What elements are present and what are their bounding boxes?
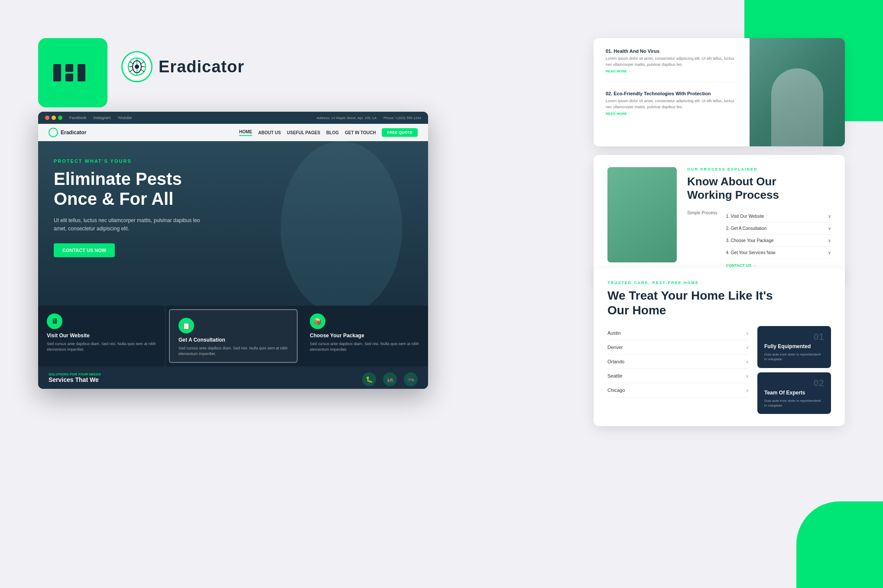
process-image [607, 167, 677, 262]
bottom-strip-text: SOLUTIONS FOR YOUR NEEDS Services That W… [49, 372, 101, 383]
city-denver[interactable]: Denver ∨ [607, 340, 749, 355]
card-1-number: 01 [764, 332, 824, 342]
city-seattle[interactable]: Seattle ∨ [607, 369, 749, 383]
card-2-title: Get A Consultation [179, 337, 288, 343]
bug-icon [127, 57, 146, 76]
home-content: Austin ∨ Denver ∨ Orlando ∨ Seattle ∨ Ch… [607, 326, 831, 414]
minimize-dot[interactable] [52, 116, 56, 120]
social-links: Facebook Instagram Youtube [69, 116, 132, 120]
card-1-title: Visit Our Website [47, 333, 156, 339]
bottom-strip-label: SOLUTIONS FOR YOUR NEEDS [49, 372, 101, 376]
home-title: We Treat Your Home Like It's Our Home [607, 288, 831, 317]
step-4[interactable]: 4. Get Your Services Now ∨ [726, 247, 831, 259]
service-item-1: 01. Health And No Virus Lorem ipsum dolo… [606, 48, 737, 82]
nav-blog[interactable]: BLOG [326, 130, 339, 135]
svg-line-10 [130, 70, 133, 72]
seattle-chevron: ∨ [746, 374, 749, 378]
site-nav: Eradicator HOME ABOUT US USEFUL PAGES BL… [38, 124, 428, 141]
browser-mockup: Facebook Instagram Youtube Address: 14 M… [38, 112, 428, 389]
nav-logo: Eradicator [49, 128, 86, 137]
card-2-number: 02 [764, 378, 824, 388]
svg-rect-0 [53, 64, 61, 81]
nav-free-quote[interactable]: FREE QUOTE [382, 128, 418, 137]
card-1-desc: Sed cursus ante dapibus diam. Sed nisi. … [47, 341, 156, 352]
nav-home[interactable]: HOME [239, 129, 252, 136]
svg-point-7 [135, 65, 139, 69]
close-dot[interactable] [45, 116, 49, 120]
bottom-strip-title: Services That We [49, 376, 101, 383]
city-chicago[interactable]: Chicago ∨ [607, 383, 749, 397]
brand-logo-circle [121, 51, 153, 82]
hero-content: PROTECT WHAT'S YOURS Eliminate Pests Onc… [54, 158, 210, 257]
service-cards-row: 🖥 Visit Our Website Sed cursus ante dapi… [38, 306, 428, 366]
site-phone: Phone: +(323) 555-1234 [383, 116, 421, 120]
browser-window-controls [45, 116, 62, 120]
service-card-3: 📦 Choose Your Package Sed cursus ante da… [301, 306, 428, 366]
pest-icon-2: 🦗 [383, 372, 397, 386]
nav-links: HOME ABOUT US USEFUL PAGES BLOG GET IN T… [239, 128, 418, 137]
nav-contact[interactable]: GET IN TOUCH [345, 130, 376, 135]
service-panel-image [750, 38, 845, 146]
city-orlando[interactable]: Orlando ∨ [607, 355, 749, 369]
home-card-1: 01 Fully Equipmented Duis aute irure dol… [757, 326, 831, 368]
services-list-panel: 01. Health And No Virus Lorem ipsum dolo… [594, 38, 845, 146]
city-austin[interactable]: Austin ∨ [607, 326, 749, 340]
service-1-readmore[interactable]: READ MORE → [606, 69, 737, 73]
process-steps-wrapper: Simple Process 1. Visit Our Website ∨ 2.… [687, 210, 831, 268]
svg-rect-1 [65, 64, 73, 72]
svg-line-13 [141, 70, 144, 72]
hero-cta-button[interactable]: CONTACT US NOW [54, 243, 115, 257]
card-1-title: Fully Equipmented [764, 343, 824, 349]
austin-chevron: ∨ [746, 331, 749, 336]
svg-rect-3 [78, 64, 85, 81]
process-title: Know About Our Working Process [687, 175, 831, 202]
hero-section: PROTECT WHAT'S YOURS Eliminate Pests Onc… [38, 141, 428, 306]
elementor-logo [38, 38, 107, 107]
step-3[interactable]: 3. Choose Your Package ∨ [726, 235, 831, 247]
card-2-desc: Duis aute irure dolor in reprehenderit i… [764, 398, 824, 408]
bottom-pest-icons: 🐛 🦗 🐜 [362, 372, 418, 386]
bg-decoration-bottom [796, 501, 883, 588]
step-4-arrow: ∨ [828, 250, 831, 255]
service-card-1: 🖥 Visit Our Website Sed cursus ante dapi… [38, 306, 166, 366]
elementor-icon [51, 60, 94, 86]
step-2[interactable]: 2. Get A Consultation ∨ [726, 223, 831, 235]
pest-icon-1: 🐛 [362, 372, 376, 386]
hero-title: Eliminate Pests Once & For All [54, 169, 210, 209]
service-2-title: 02. Eco-Friendly Technologies With Prote… [606, 91, 737, 96]
nav-logo-name: Eradicator [61, 129, 86, 136]
pest-icon-3: 🐜 [404, 372, 418, 386]
card-3-desc: Sed cursus ante dapibus diam. Sed nisi. … [310, 341, 419, 352]
step-1[interactable]: 1. Visit Our Website ∨ [726, 210, 831, 223]
orlando-chevron: ∨ [746, 359, 749, 364]
contact-us-link[interactable]: CONTACT US → [726, 263, 831, 268]
services-list: 01. Health And No Virus Lorem ipsum dolo… [594, 38, 750, 146]
step-1-arrow: ∨ [828, 214, 831, 219]
service-2-desc: Lorem ipsum dolor sit amet, consectetur … [606, 98, 737, 110]
process-label: OUR PROCESS EXPLAINED [687, 167, 831, 171]
card-2-desc: Sed cursus ante dapibus diam. Sed nisi. … [179, 346, 288, 356]
home-feature-cards: 01 Fully Equipmented Duis aute irure dol… [757, 326, 831, 414]
simple-process-label: Simple Process [687, 210, 717, 262]
service-2-readmore[interactable]: READ MORE → [606, 112, 737, 116]
chicago-chevron: ∨ [746, 388, 749, 393]
worker-image-shape [771, 68, 823, 146]
consultation-icon: 📋 [179, 318, 194, 333]
process-content: OUR PROCESS EXPLAINED Know About Our Wor… [687, 167, 831, 268]
svg-rect-2 [65, 74, 73, 81]
step-3-arrow: ∨ [828, 238, 831, 243]
service-1-title: 01. Health And No Virus [606, 48, 737, 54]
service-card-2: 📋 Get A Consultation Sed cursus ante dap… [169, 309, 298, 363]
site-address: Address: 14 Maple Street, Apt. 105, LA [317, 116, 377, 120]
steps-list: 1. Visit Our Website ∨ 2. Get A Consulta… [726, 210, 831, 268]
svg-line-8 [130, 61, 133, 64]
step-2-arrow: ∨ [828, 226, 831, 231]
browser-topbar: Facebook Instagram Youtube Address: 14 M… [38, 112, 428, 124]
denver-chevron: ∨ [746, 345, 749, 350]
maximize-dot[interactable] [58, 116, 62, 120]
service-item-2: 02. Eco-Friendly Technologies With Prote… [606, 91, 737, 124]
home-label: TRUSTED CARE, PEST-FREE HOME [607, 281, 831, 285]
nav-pages[interactable]: USEFUL PAGES [287, 130, 320, 135]
nav-about[interactable]: ABOUT US [258, 130, 281, 135]
card-1-desc: Duis aute irure dolor in reprehenderit i… [764, 352, 824, 362]
